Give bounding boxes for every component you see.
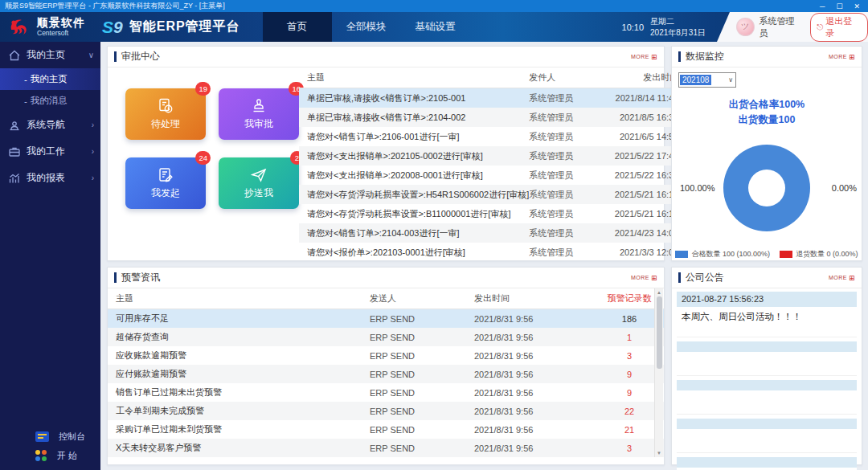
approval-more-button[interactable]: MORE⊞ [631, 53, 657, 61]
alerts-table: 主题 发送人 发出时间 预警记录数 可用库存不足 ERP SEND 2021/8… [108, 288, 664, 457]
chevron-down-icon: ∨ [88, 51, 94, 59]
monitor-panel-title: 数据监控 [686, 50, 724, 63]
alerts-table-header: 主题 发送人 发出时间 预警记录数 [108, 288, 664, 309]
tab-basic-settings[interactable]: 基础设置 [401, 12, 470, 42]
approval-row[interactable]: 请您对<销售订单>:2104-003进行[一审] 系统管理员 2021/4/23… [299, 223, 690, 243]
approval-row[interactable]: 请您对<销售订单>:2106-001进行[一审] 系统管理员 2021/6/5 … [299, 127, 690, 146]
alerts-table-body: 可用库存不足 ERP SEND 2021/8/31 9:56 186 超储存货查… [108, 309, 664, 457]
approval-row[interactable]: 请您对<存货浮动耗损率设置>:B11000001进行[审核] 系统管理员 202… [299, 204, 690, 223]
announcement-item[interactable]: 2021-08-27 15:56:23 本周六、周日公司活动！！！ [677, 292, 857, 337]
announcement-item[interactable] [677, 457, 857, 470]
pending-card[interactable]: 19 待处理 [125, 88, 206, 140]
clock-weekday: 星期二 [650, 16, 706, 27]
alerts-panel: 预警资讯 MORE⊞ 主题 发送人 发出时间 预警记录数 可用库存不足 ERP … [107, 267, 665, 465]
chevron-right-icon: › [92, 121, 94, 129]
approval-row[interactable]: 单据已审核,请接收<销售订单>:2104-002 系统管理员 2021/8/5 … [299, 108, 690, 127]
pending-badge: 19 [195, 82, 211, 96]
more-grid-icon: ⊞ [651, 53, 657, 61]
brand-subtitle: Centersoft [37, 30, 85, 37]
sidebar-item-my-work[interactable]: 我的工作 › [0, 138, 100, 165]
alert-row[interactable]: X天未转交易客户预警 ERP SEND 2021/8/31 9:56 3 [108, 439, 664, 457]
user-area: 系统管理员 ⎋ 退出登录 [717, 12, 868, 42]
donut-right-label: 0.00% [832, 183, 857, 193]
monitor-more-button[interactable]: MORE⊞ [829, 53, 855, 61]
product-title: 智能ERP管理平台 [129, 18, 240, 35]
minimize-button[interactable]: ─ [820, 2, 825, 10]
approval-cards: 19 待处理 16 我审批 24 我发起 2 抄送我 [108, 67, 299, 261]
approval-row[interactable]: 请您对<支出报销单>:202105-0002进行[审核] 系统管理员 2021/… [299, 146, 690, 166]
announcement-item[interactable] [677, 341, 857, 376]
doc-edit-icon [157, 166, 174, 184]
more-grid-icon: ⊞ [651, 274, 657, 282]
alerts-panel-title: 预警资讯 [121, 271, 160, 284]
maximize-button[interactable]: ☐ [836, 2, 842, 10]
panel-accent-bar [678, 51, 681, 62]
approval-row[interactable]: 请您对<报价单>:202103-0001进行[审核] 系统管理员 2021/3/… [299, 243, 690, 262]
paper-plane-icon [250, 166, 268, 184]
sidebar-item-my-messages[interactable]: - 我的消息 [0, 90, 100, 112]
logout-button[interactable]: ⎋ 退出登录 [810, 13, 868, 42]
tab-all-modules[interactable]: 全部模块 [332, 12, 401, 42]
alert-row[interactable]: 应付账款逾期预警 ERP SEND 2021/8/31 9:56 9 [108, 365, 664, 383]
start-grid-icon [35, 450, 47, 462]
alert-row[interactable]: 应收账款逾期预警 ERP SEND 2021/8/31 9:56 3 [108, 346, 664, 365]
announcement-body: 本周六、周日公司活动！！！ [677, 307, 857, 337]
announcement-item[interactable] [677, 380, 857, 415]
start-button[interactable]: 开 始 [0, 446, 100, 465]
alerts-more-button[interactable]: MORE⊞ [631, 274, 657, 282]
approval-table-body: 单据已审核,请接收<销售订单>:2105-001 系统管理员 2021/8/14… [299, 88, 690, 262]
erp-application: 顺景S9智能ERP管理平台 - 广东顺景软件科技有限公司_ZY - [主菜单] … [0, 0, 868, 470]
sidebar-item-my-reports[interactable]: 我的报表 › [0, 165, 100, 191]
alert-row[interactable]: 工令单到期未完成预警 ERP SEND 2021/8/31 9:56 22 [108, 402, 664, 420]
period-select[interactable]: 202108 ∨ [678, 72, 736, 88]
report-chart-icon [8, 172, 21, 185]
data-monitor-panel: 数据监控 MORE⊞ 202108 ∨ 出货合格率100% 出货数量100 10… [671, 46, 862, 261]
pending-doc-clock-icon [157, 97, 174, 115]
more-grid-icon: ⊞ [849, 53, 855, 61]
approval-row[interactable]: 单据已审核,请接收<销售订单>:2105-001 系统管理员 2021/8/14… [299, 88, 690, 108]
app-header: 顺景软件 Centersoft S9 智能ERP管理平台 首页 全部模块 基础设… [0, 12, 868, 42]
alert-row[interactable]: 采购订单已过期未到货预警 ERP SEND 2021/8/31 9:56 21 [108, 420, 664, 439]
brand-logo: 顺景软件 Centersoft S9 智能ERP管理平台 [0, 12, 240, 42]
alert-row[interactable]: 超储存货查询 ERP SEND 2021/8/31 9:56 1 [108, 328, 664, 346]
chart-legend: 合格数量 100 (100.00%) 退货数量 0 (0.00%) [672, 249, 862, 260]
panel-accent-bar [678, 272, 681, 283]
approval-table: 主题 发件人 发出时间 单据已审核,请接收<销售订单>:2105-001 系统管… [299, 67, 690, 261]
announcement-date [677, 419, 857, 429]
console-button[interactable]: 控制台 [0, 427, 100, 446]
legend-returned: 退货数量 0 (0.00%) [780, 249, 858, 260]
donut-ring[interactable] [723, 145, 810, 231]
donut-left-label: 100.00% [680, 183, 714, 193]
legend-swatch-blue [675, 251, 688, 258]
sidebar-item-my-home[interactable]: - 我的主页 [0, 68, 100, 90]
announcement-item[interactable] [677, 419, 857, 453]
close-button[interactable]: ✕ [854, 2, 860, 10]
initiated-by-me-card[interactable]: 24 我发起 [125, 157, 206, 209]
cc-to-me-card[interactable]: 2 抄送我 [219, 157, 299, 209]
announcement-body [677, 429, 857, 453]
announcement-date [677, 457, 857, 468]
sidebar-item-my-home-group[interactable]: 我的主页 ∨ [0, 42, 100, 68]
logout-icon: ⎋ [817, 22, 823, 32]
alert-row[interactable]: 可用库存不足 ERP SEND 2021/8/31 9:56 186 [108, 309, 664, 328]
approval-center-panel: 审批中心 MORE⊞ 19 待处理 16 我审批 24 我发起 [107, 46, 665, 261]
sidebar: 我的主页 ∨ - 我的主页 - 我的消息 系统导航 › 我的工作 › [0, 42, 100, 470]
more-grid-icon: ⊞ [849, 274, 855, 282]
alert-row[interactable]: 销售订单已过期未出货预警 ERP SEND 2021/8/31 9:56 9 [108, 383, 664, 402]
legend-swatch-red [780, 251, 792, 258]
tab-home[interactable]: 首页 [263, 12, 332, 42]
announcements-more-button[interactable]: MORE⊞ [829, 274, 855, 282]
alerts-scrollbar[interactable]: ▲▼ [654, 288, 663, 457]
company-swirl-icon [8, 17, 32, 38]
clock: 10:10 星期二 2021年8月31日 [622, 16, 706, 39]
approval-row[interactable]: 请您对<存货浮动耗损率设置>:H54R1S006002进行[审核] 系统管理员 … [299, 185, 690, 204]
announcements-list: 2021-08-27 15:56:23 本周六、周日公司活动！！！ [672, 288, 862, 470]
user-avatar[interactable] [736, 18, 755, 36]
approval-row[interactable]: 请您对<支出报销单>:202008-0001进行[审核] 系统管理员 2021/… [299, 166, 690, 185]
user-name: 系统管理员 [760, 15, 803, 39]
panel-accent-bar [114, 51, 117, 62]
sidebar-item-system-navigation[interactable]: 系统导航 › [0, 112, 100, 138]
chevron-right-icon: › [92, 174, 94, 182]
monitor-headline: 出货合格率100% 出货数量100 [672, 97, 862, 129]
my-approvals-card[interactable]: 16 我审批 [219, 88, 299, 140]
